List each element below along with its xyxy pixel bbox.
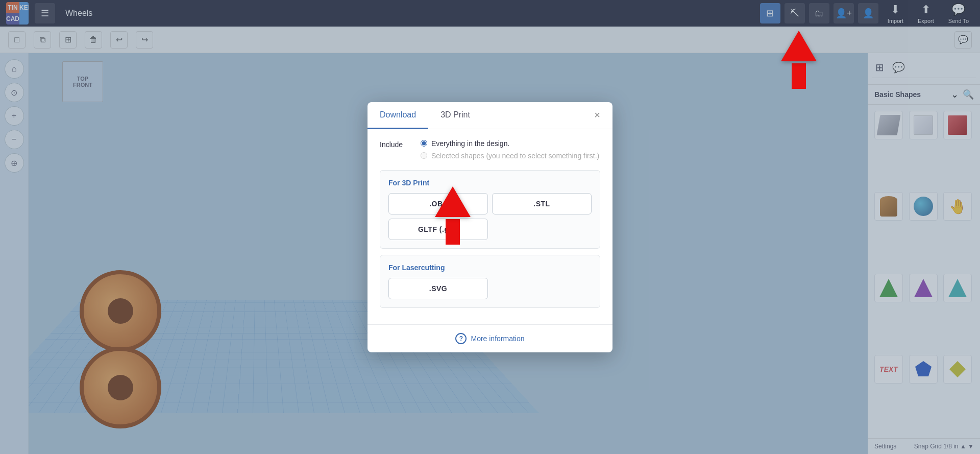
info-icon-text: ?	[459, 335, 463, 342]
include-row: Include Everything in the design. Select…	[380, 139, 600, 160]
radio-everything-label: Everything in the design.	[431, 139, 509, 148]
radio-everything-input[interactable]	[421, 140, 427, 147]
modal-footer: ? More information	[368, 324, 612, 352]
tab-download[interactable]: Download	[368, 102, 428, 129]
btn-svg[interactable]: .SVG	[388, 278, 488, 299]
download-modal: Download 3D Print × Include Everything i…	[368, 102, 612, 352]
btn-obj[interactable]: .OBJ	[388, 193, 488, 214]
section-3d-title: For 3D Print	[388, 179, 592, 187]
more-info-label: More information	[471, 334, 524, 343]
btn-gltf[interactable]: GLTF (.glb)	[388, 219, 488, 240]
more-info-button[interactable]: ? More information	[455, 333, 524, 344]
format-buttons-3d: .OBJ .STL GLTF (.glb)	[388, 193, 592, 240]
radio-everything[interactable]: Everything in the design.	[421, 139, 599, 148]
modal-close-button[interactable]: ×	[590, 108, 604, 123]
radio-group: Everything in the design. Selected shape…	[421, 139, 599, 160]
btn-stl[interactable]: .STL	[492, 193, 592, 214]
include-label: Include	[380, 139, 410, 149]
format-buttons-laser: .SVG	[388, 278, 592, 299]
info-icon: ?	[455, 333, 467, 344]
radio-selected-label: Selected shapes (you need to select some…	[431, 152, 599, 160]
radio-selected-input	[421, 152, 427, 159]
section-lasercutting: For Lasercutting .SVG	[380, 255, 600, 308]
radio-selected: Selected shapes (you need to select some…	[421, 152, 599, 160]
section-laser-title: For Lasercutting	[388, 264, 592, 272]
section-3d-print: For 3D Print .OBJ .STL GLTF (.glb)	[380, 170, 600, 249]
modal-overlay[interactable]: Download 3D Print × Include Everything i…	[0, 0, 980, 454]
modal-body: Include Everything in the design. Select…	[368, 129, 612, 324]
tab-3d-print[interactable]: 3D Print	[428, 102, 482, 129]
modal-header: Download 3D Print ×	[368, 102, 612, 129]
